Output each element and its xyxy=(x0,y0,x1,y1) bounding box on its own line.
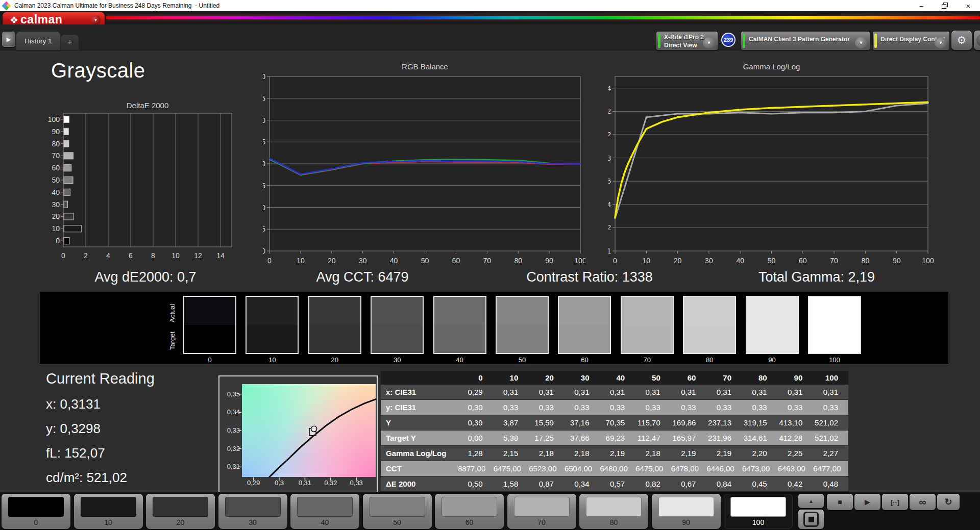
pattern-level-button-60[interactable]: 60 xyxy=(435,494,504,529)
table-cell: 0,31 xyxy=(813,385,848,400)
deltae-bar-0 xyxy=(64,238,69,244)
pattern-chip xyxy=(8,497,64,517)
pattern-level-button-100[interactable]: 100 xyxy=(724,494,793,529)
svg-text:90: 90 xyxy=(545,257,553,265)
reading-fl: fL: 152,07 xyxy=(46,445,155,461)
single-read-button[interactable]: [··] xyxy=(882,494,908,510)
add-tab-button[interactable]: + xyxy=(61,35,79,50)
pattern-chip xyxy=(370,497,425,517)
table-cell: 319,15 xyxy=(742,415,777,431)
minimize-button[interactable]: – xyxy=(910,0,933,11)
svg-text:20: 20 xyxy=(674,257,682,265)
table-cell: 0,48 xyxy=(813,476,848,492)
display-dropdown-arrow-icon[interactable]: ▼ xyxy=(935,37,947,48)
swatch-actual xyxy=(247,297,298,325)
table-cell: 0,33 xyxy=(706,400,742,415)
swatch-actual xyxy=(809,297,860,325)
swatch-actual xyxy=(747,297,798,325)
cie-ytick: 0,35 xyxy=(219,390,240,398)
deltae-bar-20 xyxy=(64,213,74,220)
stop-measure-button[interactable]: ■ xyxy=(827,494,853,510)
pattern-level-button-50[interactable]: 50 xyxy=(363,494,432,529)
pattern-level-button-70[interactable]: 70 xyxy=(507,494,576,529)
table-cell: 6475,00 xyxy=(493,461,529,476)
display-control-dropdown[interactable]: Direct Display Control ▼ xyxy=(873,32,949,50)
pattern-chip xyxy=(514,497,570,517)
table-cell: 0,33 xyxy=(635,400,671,415)
add-tab-label: + xyxy=(67,38,72,47)
cie-overlay xyxy=(219,376,379,492)
meter-dropdown-arrow-icon[interactable]: ▼ xyxy=(703,37,715,48)
table-cell: 521,02 xyxy=(813,431,848,446)
pattern-level-button-80[interactable]: 80 xyxy=(579,494,648,529)
source-dropdown-arrow-icon[interactable]: ▼ xyxy=(855,37,867,48)
strip-swatch-10 xyxy=(246,296,299,354)
grayscale-swatch-strip: Actual Target 0102030405060708090100 xyxy=(40,292,948,364)
continuous-read-button[interactable]: ∞ xyxy=(910,494,936,510)
pattern-level-button-30[interactable]: 30 xyxy=(218,494,287,529)
table-col-header-90: 90 xyxy=(777,371,813,385)
refresh-button[interactable]: ↻ xyxy=(937,494,960,510)
table-cell: 6478,00 xyxy=(671,461,706,476)
table-row-label: Y xyxy=(381,415,457,431)
workflow-nav-button[interactable]: ▶ xyxy=(2,32,15,47)
table-row-label: x: CIE31 xyxy=(381,385,457,400)
strip-swatch-label: 40 xyxy=(433,356,486,364)
window-size-icon xyxy=(803,512,819,527)
table-cell: 2,19 xyxy=(600,446,635,461)
swatch-target xyxy=(184,325,235,353)
pattern-window-size-button[interactable] xyxy=(798,510,824,529)
pattern-level-button-0[interactable]: 0 xyxy=(2,494,70,529)
stat-avg-cct: Avg CCT: 6479 xyxy=(265,269,459,288)
window-titlebar: Calman 2023 Calman Ultimate for Business… xyxy=(0,0,980,11)
table-cell: 0,31 xyxy=(671,385,706,400)
svg-text:100: 100 xyxy=(574,257,585,265)
logo-menu-arrow-icon[interactable]: ▼ xyxy=(91,15,101,25)
deltae-bar-80 xyxy=(64,140,69,147)
strip-swatch-40 xyxy=(433,296,486,354)
deltae-bar-50 xyxy=(64,177,73,184)
display-status-stripe xyxy=(874,34,877,48)
table-header-row: 0102030405060708090100 xyxy=(381,371,848,385)
deltae-bar-90 xyxy=(64,128,68,135)
svg-text:40: 40 xyxy=(390,257,398,265)
pattern-level-button-90[interactable]: 90 xyxy=(652,494,721,529)
pattern-level-button-10[interactable]: 10 xyxy=(74,494,143,529)
deltae-2000-bar-chart: DeltaE 200002468101214010203040506070809… xyxy=(45,100,245,264)
swatch-target xyxy=(434,325,485,353)
tab-history-1[interactable]: History 1 xyxy=(16,32,60,50)
restore-button[interactable] xyxy=(933,0,957,11)
table-row-label: Gamma Log/Log xyxy=(381,446,457,461)
strip-swatch-70 xyxy=(621,296,674,354)
collapse-arrow-icon: ◀ xyxy=(976,34,980,46)
pattern-source-dropdown[interactable]: CalMAN Client 3 Pattern Generator ▼ xyxy=(741,32,870,50)
swatch-actual xyxy=(372,297,423,325)
collapse-panel-button[interactable]: ◀ xyxy=(974,31,980,50)
pattern-chip xyxy=(442,497,497,517)
svg-text:80: 80 xyxy=(263,247,265,255)
cie-xtick: 0,3 xyxy=(266,479,292,487)
svg-text:Gamma Log/Log: Gamma Log/Log xyxy=(743,62,800,71)
svg-text:40: 40 xyxy=(736,257,744,265)
table-cell: 0,31 xyxy=(564,385,600,400)
meter-dropdown[interactable]: X-Rite i1Pro 2 Direct View ▼ xyxy=(656,32,718,50)
pattern-level-button-20[interactable]: 20 xyxy=(146,494,215,529)
table-cell: 2,25 xyxy=(777,446,813,461)
play-measure-button[interactable]: ▶ xyxy=(854,494,880,510)
strip-swatch-0 xyxy=(183,296,236,354)
pattern-chip xyxy=(153,497,208,517)
table-cell: 37,16 xyxy=(564,415,600,431)
table-col-header-50: 50 xyxy=(635,371,671,385)
close-button[interactable]: × xyxy=(957,0,980,11)
swatch-target xyxy=(372,325,423,353)
pattern-level-button-40[interactable]: 40 xyxy=(290,494,359,529)
svg-text:60: 60 xyxy=(452,257,460,265)
pattern-window-up-button[interactable]: ▲ xyxy=(798,494,824,508)
table-cell: 0,33 xyxy=(528,400,564,415)
svg-text:60: 60 xyxy=(52,164,60,172)
reading-cdm2: cd/m²: 521,02 xyxy=(46,470,155,486)
table-cell: 521,02 xyxy=(813,415,848,431)
settings-button[interactable]: ⚙ xyxy=(951,31,972,50)
strip-swatch-30 xyxy=(371,296,424,354)
reading-y: y: 0,3298 xyxy=(46,421,155,437)
